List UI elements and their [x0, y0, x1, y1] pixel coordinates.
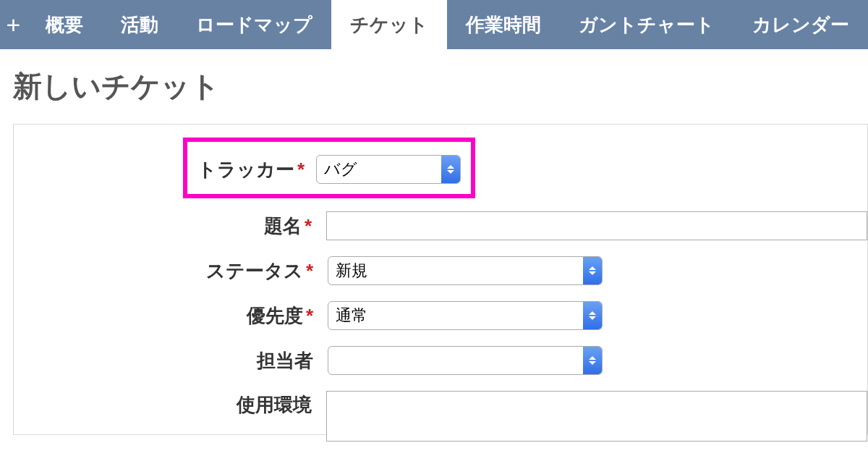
select-arrow-icon	[583, 257, 602, 284]
env-label: 使用環境	[14, 391, 316, 414]
required-mark: *	[302, 215, 312, 237]
tracker-highlight: トラッカー* バグ	[183, 138, 475, 198]
tracker-label: トラッカー*	[197, 157, 316, 182]
tab-gantt[interactable]: ガントチャート	[560, 0, 733, 49]
new-tab-button[interactable]: +	[0, 0, 27, 49]
priority-label: 優先度*	[14, 306, 318, 325]
tab-roadmap[interactable]: ロードマップ	[177, 0, 331, 49]
tab-calendar[interactable]: カレンダー	[733, 0, 868, 49]
tracker-select-value: バグ	[324, 159, 365, 180]
assignee-label: 担当者	[14, 351, 318, 370]
tab-bar: + 概要 活動 ロードマップ チケット 作業時間 ガントチャート カレンダー	[0, 0, 868, 49]
tab-overview[interactable]: 概要	[27, 0, 102, 49]
required-mark: *	[294, 159, 305, 180]
select-arrow-icon	[583, 347, 602, 374]
status-select-value: 新規	[336, 260, 375, 282]
new-ticket-form: トラッカー* バグ 題名* ステータス* 新規 優先度*	[13, 124, 868, 435]
status-label: ステータス*	[14, 261, 318, 280]
tracker-select[interactable]: バグ	[316, 155, 461, 184]
status-select[interactable]: 新規	[328, 256, 603, 285]
required-mark: *	[303, 305, 313, 326]
tab-activity[interactable]: 活動	[102, 0, 177, 49]
select-arrow-icon	[441, 156, 460, 183]
required-mark: *	[303, 260, 313, 282]
tab-tickets[interactable]: チケット	[331, 0, 447, 49]
subject-input[interactable]	[326, 211, 867, 240]
assignee-select[interactable]	[328, 346, 603, 375]
priority-select[interactable]: 通常	[328, 301, 603, 330]
select-arrow-icon	[583, 302, 602, 329]
page-title: 新しいチケット	[0, 49, 868, 119]
priority-select-value: 通常	[336, 305, 375, 326]
subject-label: 題名*	[14, 216, 316, 235]
tab-timelog[interactable]: 作業時間	[447, 0, 560, 49]
env-textarea[interactable]	[326, 391, 867, 442]
